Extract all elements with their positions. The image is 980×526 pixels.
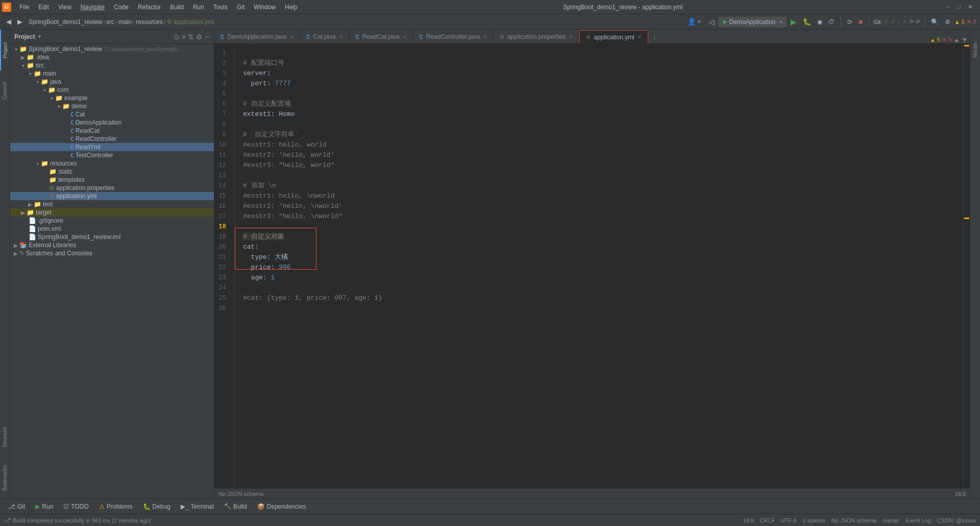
menu-view[interactable]: View — [54, 3, 76, 12]
encoding[interactable]: UTF-8 — [781, 517, 797, 523]
terminal-panel-button[interactable]: ▶_ Terminal — [177, 502, 218, 511]
tree-item-appyml[interactable]: ▶ ⚙ application.yml — [10, 192, 214, 200]
panel-collapse-button[interactable]: ≡ — [182, 33, 186, 41]
tree-item-templates[interactable]: ▶ 📁 templates — [10, 176, 214, 184]
tree-item-target[interactable]: ▶ 📁 target — [10, 208, 214, 217]
breadcrumb-src[interactable]: src — [106, 18, 114, 26]
profile-run-button[interactable]: ⏱ — [826, 17, 837, 27]
panel-close-button[interactable]: ─ — [205, 33, 210, 41]
run-config-button[interactable]: ▶ DemoApplication ▾ — [719, 17, 787, 27]
project-tab[interactable]: Project — [0, 30, 10, 70]
tab-close-readcontroller[interactable]: ✕ — [483, 34, 487, 40]
minimize-button[interactable]: ─ — [944, 4, 951, 11]
build-panel-button[interactable]: 🔨 Build — [220, 502, 251, 511]
debug-button[interactable]: 🐛 — [801, 17, 813, 27]
tree-item-readcat[interactable]: ▶ C ReadCat — [10, 127, 214, 135]
tree-item-readcontroller[interactable]: ▶ C ReadController — [10, 135, 214, 143]
tree-item-testcontroller[interactable]: ▶ C TestController — [10, 151, 214, 159]
menu-window[interactable]: Window — [250, 3, 280, 12]
stop-button[interactable]: ■ — [856, 17, 865, 27]
git-branch[interactable]: master — [883, 517, 900, 523]
tab-close-readcat[interactable]: ✕ — [403, 34, 407, 40]
forward-button[interactable]: ▶ — [15, 17, 24, 27]
debug-panel-button[interactable]: 🐛 Debug — [139, 502, 175, 511]
menu-run[interactable]: Run — [189, 3, 208, 12]
tree-item-main[interactable]: ▾ 📁 main — [10, 69, 214, 78]
tab-readcontroller[interactable]: C ReadController.java ✕ — [413, 30, 494, 43]
scroll-up-button[interactable]: ▲ — [953, 36, 960, 43]
tab-demoapplication[interactable]: C DemoApplication.java ✕ — [214, 30, 300, 43]
menu-tools[interactable]: Tools — [209, 3, 232, 12]
tree-item-demoapplication[interactable]: ▶ C DemoApplication — [10, 118, 214, 127]
tree-item-iml[interactable]: ▶ 📄 SpringBoot_demo1_review.iml — [10, 233, 214, 241]
back-button[interactable]: ◀ — [4, 17, 13, 27]
warnings-errors[interactable]: ▲ 5 ✕ 3 — [954, 18, 976, 25]
tab-appproperties[interactable]: ⚙ application.properties ✕ — [494, 30, 579, 43]
tree-item-src[interactable]: ▾ 📁 src — [10, 61, 214, 69]
tree-item-external-libs[interactable]: ▶ 📚 External Libraries — [10, 241, 214, 249]
code-content[interactable]: # 配置端口号 server: port: 7777 # 自定义配置项 exte… — [235, 44, 963, 488]
update-button[interactable]: ⟳ — [845, 17, 854, 27]
tree-item-idea[interactable]: ▶ 📁 .idea — [10, 53, 214, 61]
coverage-button[interactable]: ◉ — [815, 17, 824, 27]
panel-settings-button[interactable]: ⚙ — [196, 33, 203, 41]
search-everywhere-button[interactable]: 🔍 — [929, 17, 941, 27]
commit-tab[interactable]: Commit — [0, 70, 10, 111]
indent-info[interactable]: 2 spaces — [803, 517, 825, 523]
run-button[interactable]: ▶ — [789, 16, 799, 28]
event-log-button[interactable]: Event Log — [906, 517, 932, 523]
tab-close-appyml[interactable]: ✕ — [638, 34, 642, 40]
menu-build[interactable]: Build — [166, 3, 188, 12]
maven-tab[interactable]: Maven — [970, 30, 980, 70]
panel-locate-button[interactable]: ⊙ — [174, 33, 180, 41]
tree-item-test[interactable]: ▶ 📁 test — [10, 200, 214, 208]
maximize-button[interactable]: □ — [955, 4, 963, 11]
breadcrumb-resources[interactable]: resources — [136, 18, 163, 26]
tab-cat[interactable]: C Cat.java ✕ — [300, 30, 349, 43]
tree-root[interactable]: ▾ 📁 SpringBoot_demo1_review D:\Java\code… — [10, 45, 214, 53]
menu-refactor[interactable]: Refactor — [134, 3, 165, 12]
menu-file[interactable]: File — [15, 3, 33, 12]
settings-button[interactable]: ⚙ — [943, 17, 952, 27]
scroll-down-button[interactable]: ▼ — [962, 36, 968, 43]
tree-item-pomxml[interactable]: ▶ 📄 pom.xml — [10, 225, 214, 233]
tree-item-readyml[interactable]: ▶ C ReadYml — [10, 143, 214, 151]
tree-item-java[interactable]: ▾ 📁 java — [10, 78, 214, 86]
git-panel-button[interactable]: ⎇ Git — [4, 502, 29, 511]
menu-help[interactable]: Help — [281, 3, 302, 12]
tree-item-appproperties[interactable]: ▶ ⚙ application.properties — [10, 184, 214, 192]
run-panel-button[interactable]: ▶ Run — [31, 502, 57, 511]
todo-panel-button[interactable]: ☑ TODO — [59, 502, 92, 511]
breadcrumb-main[interactable]: main — [118, 18, 132, 26]
cursor-pos[interactable]: 18:8 — [743, 517, 753, 523]
menu-navigate[interactable]: Navigate — [77, 3, 109, 12]
tabs-overflow-button[interactable]: ⋮ — [648, 30, 660, 43]
line-separator[interactable]: CRLF — [760, 517, 775, 523]
tab-appyml[interactable]: ⚙ application.yml ✕ — [579, 30, 648, 43]
tab-close-cat[interactable]: ✕ — [339, 34, 343, 40]
panel-expand-button[interactable]: ⇅ — [188, 33, 194, 41]
bookmarks-tab[interactable]: Bookmarks — [0, 458, 10, 498]
menu-code[interactable]: Code — [110, 3, 133, 12]
tree-item-static[interactable]: ▶ 📁 static — [10, 168, 214, 176]
tree-item-resources[interactable]: ▾ 📁 resources — [10, 159, 214, 168]
structure-tab[interactable]: Structure — [0, 417, 10, 458]
tree-item-example[interactable]: ▾ 📁 example — [10, 94, 214, 102]
breadcrumb-project[interactable]: SpringBoot_demo1_review — [29, 18, 102, 26]
tree-item-cat[interactable]: ▶ C Cat — [10, 110, 214, 118]
tab-readcat[interactable]: C ReadCat.java ✕ — [350, 30, 413, 43]
tree-item-com[interactable]: ▾ 📁 com — [10, 86, 214, 94]
menu-git[interactable]: Git — [233, 3, 249, 12]
tree-item-demo[interactable]: ▾ 📁 demo — [10, 102, 214, 110]
breadcrumb-file[interactable]: ⚙ application.yml — [167, 18, 214, 26]
problems-panel-button[interactable]: ⚠ Problems — [95, 502, 137, 511]
close-button[interactable]: ✕ — [967, 4, 974, 11]
tab-close-demoapplication[interactable]: ✕ — [289, 34, 293, 40]
nav-back2-button[interactable]: ◁ — [707, 17, 717, 27]
tree-item-gitignore[interactable]: ▶ 📄 .gitignore — [10, 217, 214, 225]
tree-item-scratches[interactable]: ▶ ✎ Scratches and Consoles — [10, 249, 214, 257]
menu-edit[interactable]: Edit — [34, 3, 53, 12]
schema-info[interactable]: No JSON schema — [831, 517, 876, 523]
tab-close-appproperties[interactable]: ✕ — [569, 34, 573, 40]
dependencies-panel-button[interactable]: 📦 Dependencies — [253, 502, 310, 511]
